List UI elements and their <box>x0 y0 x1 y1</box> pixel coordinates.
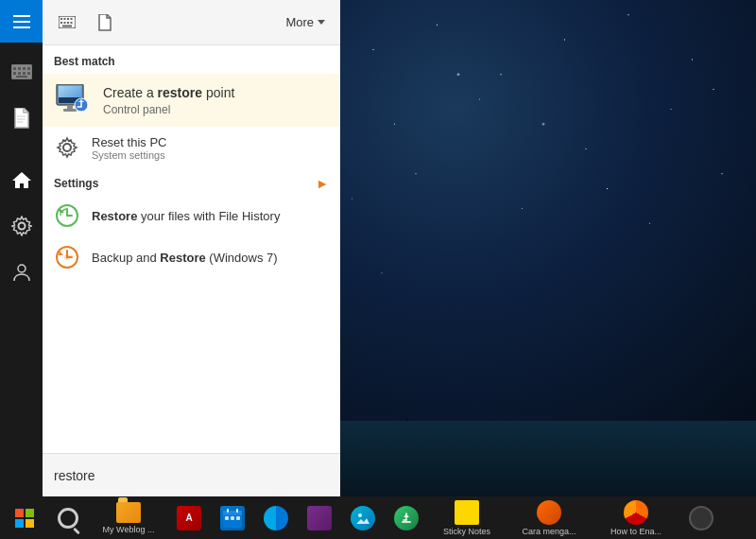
file-history-icon <box>54 202 80 229</box>
keyboard-toolbar-icon <box>59 16 76 28</box>
settings-label: Settings <box>54 177 316 190</box>
orange-app-icon <box>537 500 561 525</box>
home-button[interactable] <box>0 158 43 200</box>
document-toolbar-icon <box>98 14 112 31</box>
svg-rect-22 <box>67 22 69 24</box>
svg-point-14 <box>18 265 26 272</box>
svg-rect-5 <box>13 72 16 75</box>
backup-restore-title: Backup and Restore (Windows 7) <box>92 251 329 265</box>
purple-app-icon <box>307 506 332 530</box>
svg-point-35 <box>64 254 70 260</box>
edge-taskbar-item[interactable] <box>255 496 297 539</box>
svg-rect-20 <box>60 22 62 24</box>
svg-rect-1 <box>13 67 16 70</box>
svg-rect-23 <box>71 22 73 24</box>
best-match-text: Create a restore point Control panel <box>103 84 329 116</box>
calendar-taskbar-item[interactable] <box>212 496 253 539</box>
autocad-icon: A <box>177 506 201 530</box>
user-button[interactable] <box>0 251 43 293</box>
hamburger-menu-button[interactable] <box>0 0 43 43</box>
svg-point-32 <box>63 144 71 151</box>
files-taskbar-item[interactable] <box>386 496 427 539</box>
keyboard-icon <box>11 64 32 79</box>
file-history-text: Restore your files with File History <box>92 209 329 223</box>
taskbar-left <box>0 0 43 496</box>
document-button[interactable] <box>0 96 43 139</box>
search-toolbar: More <box>43 0 340 45</box>
keyboard-toolbar-button[interactable] <box>50 6 84 40</box>
best-match-label: Best match <box>43 45 340 74</box>
svg-point-43 <box>358 513 362 517</box>
reset-pc-result[interactable]: Reset this PC System settings <box>43 127 340 168</box>
svg-point-13 <box>18 222 25 229</box>
firefox-label: How to Ena... <box>610 527 662 536</box>
user-icon <box>11 262 32 283</box>
cara-menga-taskbar-item[interactable]: Cara menga... <box>507 496 592 539</box>
dark-app-taskbar-item[interactable] <box>680 496 722 539</box>
water-reflection <box>331 421 756 496</box>
keyboard-button[interactable] <box>0 50 43 93</box>
file-history-svg-icon <box>55 203 79 228</box>
search-input-area <box>43 453 340 496</box>
chevron-down-icon <box>318 20 325 25</box>
svg-rect-39 <box>231 516 234 520</box>
search-results: Best match <box>43 45 340 453</box>
svg-rect-41 <box>227 509 229 513</box>
svg-rect-3 <box>23 67 26 70</box>
reset-pc-title: Reset this PC <box>92 135 329 149</box>
svg-rect-19 <box>71 18 73 20</box>
backup-restore-icon <box>54 244 80 270</box>
svg-rect-24 <box>62 26 72 27</box>
document-icon <box>13 108 30 129</box>
svg-rect-21 <box>64 22 66 24</box>
svg-rect-6 <box>18 72 21 75</box>
gear-large-icon <box>55 135 79 160</box>
my-weblog-taskbar-item[interactable]: My Weblog ... <box>91 496 166 539</box>
hamburger-icon <box>13 15 30 28</box>
start-button[interactable] <box>4 496 45 539</box>
backup-restore-result[interactable]: Backup and Restore (Windows 7) <box>43 236 340 278</box>
more-label: More <box>285 15 314 29</box>
files-icon <box>394 506 419 530</box>
taskbar-bottom: My Weblog ... A <box>0 496 756 539</box>
settings-button[interactable] <box>0 204 43 247</box>
settings-icon <box>11 216 32 236</box>
document-toolbar-button[interactable] <box>88 6 122 40</box>
reset-pc-icon <box>54 134 80 161</box>
file-history-result[interactable]: Restore your files with File History <box>43 195 340 236</box>
best-match-title: Create a restore point <box>103 84 329 101</box>
svg-rect-40 <box>236 516 240 520</box>
reset-pc-subtitle: System settings <box>92 149 329 161</box>
svg-rect-16 <box>60 18 62 20</box>
svg-rect-4 <box>27 67 30 70</box>
sticky-notes-taskbar-item[interactable]: Sticky Notes <box>429 496 505 539</box>
reset-pc-text: Reset this PC System settings <box>92 135 329 161</box>
svg-rect-29 <box>67 105 73 109</box>
firefox-taskbar-item[interactable]: How to Ena... <box>593 496 679 539</box>
file-history-title: Restore your files with File History <box>92 209 329 223</box>
best-match-result[interactable]: Create a restore point Control panel <box>43 74 340 127</box>
dark-app-icon <box>689 506 713 530</box>
backup-restore-svg-icon <box>55 245 79 270</box>
photos-icon <box>351 506 375 530</box>
more-button[interactable]: More <box>278 6 333 40</box>
calendar-icon <box>220 506 245 530</box>
svg-rect-37 <box>223 511 242 515</box>
computer-icon <box>54 81 92 119</box>
svg-rect-42 <box>236 509 238 513</box>
purple-app-taskbar-item[interactable] <box>299 496 340 539</box>
cara-menga-label: Cara menga... <box>522 527 576 536</box>
svg-rect-17 <box>64 18 66 20</box>
svg-rect-38 <box>225 516 229 520</box>
email-taskbar-item[interactable] <box>342 496 384 539</box>
folder-icon <box>116 502 141 523</box>
svg-rect-44 <box>402 521 411 523</box>
files-svg-icon <box>400 512 413 525</box>
svg-rect-7 <box>23 72 26 75</box>
autocad-taskbar-item[interactable]: A <box>168 496 210 539</box>
svg-rect-30 <box>63 109 77 112</box>
search-input[interactable] <box>54 468 329 483</box>
firefox-icon <box>624 500 648 525</box>
windows-logo-icon <box>15 509 34 528</box>
search-taskbar-button[interactable] <box>47 496 89 539</box>
